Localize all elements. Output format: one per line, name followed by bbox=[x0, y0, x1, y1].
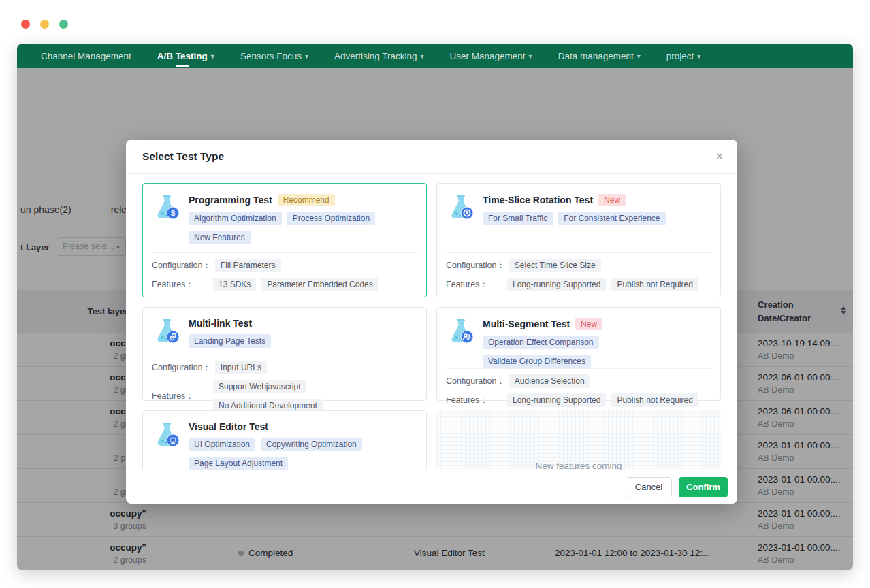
feature-tag: Process Optimization bbox=[287, 212, 375, 225]
feature-tag: Page Layout Adjustment bbox=[189, 457, 288, 470]
feature-detail-tag: Parameter Embedded Codes bbox=[261, 278, 378, 291]
cancel-button[interactable]: Cancel bbox=[626, 477, 672, 497]
features-label: Features： bbox=[152, 391, 209, 402]
feature-tag: Algorithm Optimization bbox=[189, 212, 282, 225]
features-label: Features： bbox=[446, 395, 503, 406]
close-traffic-light-icon[interactable] bbox=[21, 20, 30, 29]
minimize-traffic-light-icon[interactable] bbox=[40, 20, 49, 29]
feature-tag: Validate Group Differences bbox=[483, 355, 591, 368]
nav-label: Data management bbox=[558, 51, 634, 61]
card-title: Multi-Segment Test bbox=[483, 318, 570, 329]
config-tag: Select Time Slice Size bbox=[509, 259, 601, 272]
feature-tag: For Small Traffic bbox=[483, 212, 553, 225]
select-test-type-modal: Select Test Type ✕ S bbox=[126, 140, 737, 504]
nav-item-project[interactable]: project ▾ bbox=[666, 51, 701, 61]
config-tag: Fill Parameters bbox=[215, 259, 281, 272]
chevron-down-icon: ▾ bbox=[697, 52, 700, 60]
nav-item-data-management[interactable]: Data management ▾ bbox=[558, 51, 641, 61]
modal-footer: Cancel Confirm bbox=[126, 470, 737, 504]
nav-label: project bbox=[666, 51, 694, 61]
test-type-card-time-slice[interactable]: Time-Slice Rotation Test New For Small T… bbox=[436, 183, 721, 297]
nav-item-ab-testing[interactable]: A/B Testing ▾ bbox=[157, 51, 214, 61]
feature-detail-tag: 13 SDKs bbox=[213, 278, 256, 291]
nav-item-sensors-focus[interactable]: Sensors Focus ▾ bbox=[240, 51, 308, 61]
feature-detail-tag: Publish not Required bbox=[611, 278, 698, 291]
modal-title: Select Test Type bbox=[142, 150, 224, 163]
features-label: Features： bbox=[446, 279, 503, 291]
modal-body: S Programming Test Recommend Algorithm O… bbox=[126, 174, 737, 504]
placeholder-text: New features coming bbox=[436, 461, 721, 471]
confirm-button[interactable]: Confirm bbox=[679, 477, 728, 497]
top-navigation: Channel Management A/B Testing ▾ Sensors… bbox=[17, 44, 853, 68]
flask-code-icon: S bbox=[152, 193, 182, 223]
feature-detail-tag: Long-running Supported bbox=[507, 278, 606, 291]
new-badge: New bbox=[575, 318, 602, 330]
nav-label: Sensors Focus bbox=[240, 51, 302, 61]
card-divider bbox=[152, 355, 417, 355]
flask-people-icon bbox=[446, 316, 476, 346]
card-title: Time-Slice Rotation Test bbox=[483, 195, 593, 206]
recommend-badge: Recommend bbox=[278, 194, 335, 206]
nav-item-channel-management[interactable]: Channel Management bbox=[41, 51, 131, 61]
chevron-down-icon: ▾ bbox=[305, 52, 308, 60]
chevron-down-icon: ▾ bbox=[211, 52, 214, 60]
window-controls bbox=[21, 20, 68, 29]
feature-tag: Operation Effect Comparison bbox=[483, 336, 599, 349]
card-title: Visual Editor Test bbox=[189, 421, 268, 432]
feature-tag: New Features bbox=[189, 231, 251, 244]
nav-item-advertising-tracking[interactable]: Advertising Tracking ▾ bbox=[334, 51, 424, 61]
nav-label: User Management bbox=[450, 51, 526, 61]
config-tag: Audience Selection bbox=[509, 374, 590, 388]
modal-header: Select Test Type ✕ bbox=[126, 140, 737, 174]
feature-detail-tag: Support Webjavascript bbox=[213, 380, 306, 393]
new-badge: New bbox=[598, 194, 626, 206]
nav-label: A/B Testing bbox=[157, 51, 208, 61]
card-divider bbox=[152, 252, 417, 253]
flask-clock-icon bbox=[446, 193, 476, 223]
features-label: Features： bbox=[152, 279, 209, 291]
maximize-traffic-light-icon[interactable] bbox=[59, 20, 68, 29]
flask-link-icon bbox=[152, 316, 182, 346]
card-title: Programming Test bbox=[189, 195, 272, 206]
feature-tag: Copywriting Optimization bbox=[261, 438, 362, 451]
test-type-card-programming[interactable]: S Programming Test Recommend Algorithm O… bbox=[142, 183, 427, 297]
chevron-down-icon: ▾ bbox=[637, 52, 641, 60]
nav-label: Channel Management bbox=[41, 51, 131, 61]
test-type-card-grid: S Programming Test Recommend Algorithm O… bbox=[142, 183, 721, 504]
feature-tag: Landing Page Tests bbox=[189, 334, 271, 348]
configuration-label: Configuration： bbox=[446, 376, 505, 387]
chevron-down-icon: ▾ bbox=[421, 52, 424, 60]
feature-tag: For Consistent Experience bbox=[558, 212, 665, 225]
configuration-label: Configuration： bbox=[152, 362, 211, 374]
chevron-down-icon: ▾ bbox=[529, 52, 532, 60]
configuration-label: Configuration： bbox=[446, 260, 505, 272]
test-type-card-multi-segment[interactable]: Multi-Segment Test New Operation Effect … bbox=[436, 307, 721, 401]
feature-detail-tag: Long-running Supported bbox=[507, 393, 606, 407]
feature-detail-tag: Publish not Required bbox=[611, 393, 698, 407]
flask-monitor-icon bbox=[152, 420, 182, 450]
close-icon[interactable]: ✕ bbox=[715, 151, 724, 161]
card-title: Multi-link Test bbox=[189, 318, 252, 329]
svg-text:S: S bbox=[171, 210, 176, 217]
nav-item-user-management[interactable]: User Management ▾ bbox=[450, 51, 532, 61]
feature-tag: UI Optimization bbox=[189, 438, 255, 451]
card-divider bbox=[446, 368, 711, 369]
configuration-label: Configuration： bbox=[152, 260, 211, 272]
test-type-card-multi-link[interactable]: Multi-link Test Landing Page Tests Confi… bbox=[142, 307, 427, 401]
card-divider bbox=[446, 252, 711, 253]
nav-label: Advertising Tracking bbox=[334, 51, 417, 61]
config-tag: Input URLs bbox=[215, 361, 267, 374]
